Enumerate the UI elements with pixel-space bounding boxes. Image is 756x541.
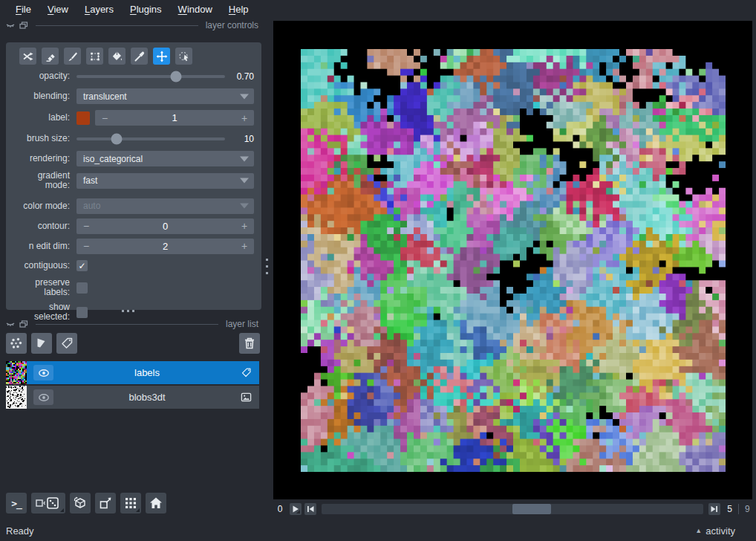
label-color-swatch[interactable] (76, 111, 90, 125)
home-icon (149, 496, 163, 511)
layer-list: labels blobs3dt (6, 361, 259, 410)
label-row: label: − 1 + (13, 110, 254, 126)
paintbrush-icon (67, 51, 79, 62)
layer-name: blobs3dt (53, 392, 241, 403)
opacity-label: opacity: (13, 71, 76, 81)
total-steps: 9 (745, 504, 752, 514)
color-mode-dropdown: auto (76, 198, 254, 214)
rendering-dropdown[interactable]: iso_categorical (76, 151, 254, 166)
new-points-layer-button[interactable] (6, 333, 27, 354)
shuffle-colors-button[interactable] (19, 48, 36, 65)
brush-size-slider-handle[interactable] (111, 134, 123, 145)
layer-row-labels[interactable]: labels (6, 361, 259, 384)
brush-size-slider[interactable] (76, 137, 225, 140)
gradient-mode-dropdown[interactable]: fast (76, 173, 254, 189)
contiguous-label: contiguous: (13, 261, 76, 270)
shuffle-icon (22, 51, 34, 62)
activity-button[interactable]: ▲ activity (695, 525, 735, 537)
blending-row: blending: translucent (13, 88, 254, 104)
visibility-toggle[interactable] (33, 389, 53, 405)
transform-button[interactable] (175, 48, 192, 65)
brush-size-row: brush size: 10 (13, 132, 254, 146)
pan-arrows-icon (156, 51, 168, 62)
left-dock: layer controls (0, 18, 267, 520)
roll-cube-icon (73, 496, 88, 511)
preserve-labels-checkbox[interactable] (76, 282, 88, 294)
decrement-icon[interactable]: − (76, 220, 96, 232)
menu-item-view[interactable]: View (39, 4, 76, 15)
contour-value: 0 (96, 221, 235, 232)
step-separator (738, 504, 739, 514)
color-picker-button[interactable] (131, 48, 148, 65)
color-mode-value: auto (83, 201, 100, 211)
layer-name: labels (53, 367, 241, 378)
roll-dimensions-button[interactable] (70, 493, 91, 514)
menu-item-help[interactable]: Help (221, 4, 257, 15)
increment-icon[interactable]: + (235, 220, 254, 232)
layer-row-blobs3dt[interactable]: blobs3dt (6, 386, 259, 409)
new-labels-layer-button[interactable] (56, 333, 77, 354)
console-button[interactable]: >_ (6, 493, 27, 514)
rendering-row: rendering: iso_categorical (13, 151, 254, 166)
labels-layer-thumbnail (6, 361, 27, 384)
paintbrush-button[interactable] (64, 48, 81, 65)
visibility-toggle[interactable] (33, 365, 53, 380)
viewer-toolbar: >_ (6, 493, 166, 514)
contour-spinbox[interactable]: − 0 + (76, 218, 254, 234)
opacity-slider[interactable] (76, 75, 225, 78)
menu-item-layers[interactable]: Layers (76, 4, 122, 15)
polygon-lasso-button[interactable] (86, 48, 103, 65)
toggle-ndisplay-button[interactable] (31, 493, 65, 514)
transpose-dimensions-button[interactable] (95, 493, 116, 514)
new-shapes-layer-button[interactable] (31, 333, 52, 354)
n-edit-dim-spinbox[interactable]: − 2 + (76, 239, 254, 254)
grid-view-button[interactable] (120, 493, 141, 514)
menu-item-window[interactable]: Window (170, 4, 221, 15)
decrement-icon[interactable]: − (76, 240, 96, 252)
float-panel-icon[interactable] (19, 320, 28, 328)
menu-item-plugins[interactable]: Plugins (122, 4, 170, 15)
hide-panel-icon[interactable] (6, 320, 15, 328)
layer-list-header: layer list (6, 319, 258, 329)
image-layer-type-icon (241, 392, 252, 403)
label-spinbox[interactable]: − 1 + (95, 110, 254, 126)
float-panel-icon[interactable] (19, 22, 28, 29)
brush-size-label: brush size: (13, 134, 76, 143)
play-button[interactable] (290, 503, 302, 515)
delete-layer-button[interactable] (239, 333, 260, 354)
skip-start-icon (307, 505, 314, 513)
viewer-canvas-area[interactable] (273, 21, 752, 499)
skip-end-icon (711, 505, 718, 513)
eye-icon (38, 369, 50, 378)
increment-icon[interactable]: + (235, 112, 254, 124)
dimension-slider-handle[interactable] (512, 504, 551, 514)
dimension-slider[interactable] (322, 504, 703, 514)
trash-icon (243, 337, 256, 350)
contour-label: contour: (13, 221, 76, 231)
blending-dropdown[interactable]: translucent (76, 88, 254, 104)
popup-corner-indicator (296, 510, 300, 514)
labels-3d-rendering[interactable] (301, 49, 726, 472)
panel-title: layer list (226, 319, 258, 329)
show-selected-checkbox[interactable] (76, 307, 88, 318)
contiguous-checkbox[interactable]: ✓ (76, 260, 88, 271)
color-mode-row: color mode: auto (13, 198, 254, 214)
header-divider (36, 25, 198, 26)
panel-splitter-handle[interactable] (0, 310, 255, 312)
fill-bucket-button[interactable] (108, 48, 126, 65)
blobs3dt-layer-thumbnail (6, 386, 27, 409)
eraser-button[interactable] (42, 48, 59, 65)
home-button[interactable] (146, 493, 166, 514)
hide-panel-icon[interactable] (6, 22, 15, 29)
skip-to-end-button[interactable] (708, 503, 720, 515)
fill-icon (111, 51, 123, 62)
skip-to-start-button[interactable] (304, 503, 316, 515)
dock-resize-handle[interactable] (266, 259, 268, 274)
opacity-slider-handle[interactable] (171, 71, 182, 82)
layer-controls-panel: opacity: 0.70 blending: translucent labe… (6, 42, 261, 310)
increment-icon[interactable]: + (235, 240, 254, 252)
pan-zoom-button[interactable] (153, 48, 170, 65)
decrement-icon[interactable]: − (95, 112, 114, 124)
polygon-icon (89, 51, 101, 62)
menu-item-file[interactable]: File (7, 4, 39, 15)
